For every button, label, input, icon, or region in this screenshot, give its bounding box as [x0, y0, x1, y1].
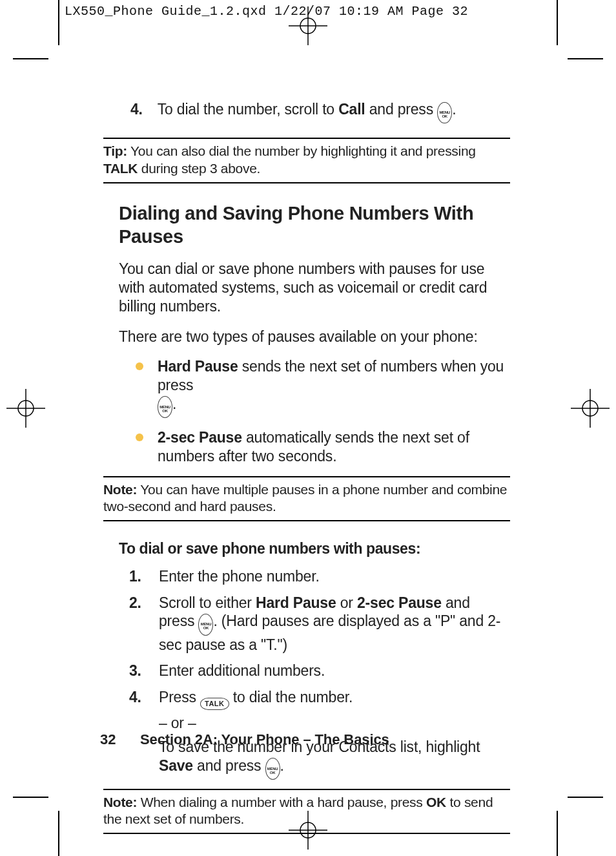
list-item: 3. Enter additional numbers. — [129, 662, 507, 680]
page-footer: 32 Section 2A: Your Phone – The Basics — [100, 731, 389, 748]
list-item: 2. Scroll to either Hard Pause or 2-sec … — [129, 594, 507, 654]
or-separator: – or – — [159, 714, 507, 733]
registration-mark-icon — [571, 389, 610, 428]
step-text: To dial the number, scroll to — [158, 101, 338, 118]
list-item: 1. Enter the phone number. — [129, 567, 507, 586]
step-bold: Save — [159, 757, 193, 774]
paragraph: You can dial or save phone numbers with … — [119, 260, 506, 315]
step-text: Enter additional numbers. — [159, 662, 325, 679]
note-box: Note: You can have multiple pauses in a … — [103, 476, 510, 522]
step-number: 1. — [129, 567, 141, 586]
crop-mark — [58, 0, 59, 45]
step-number: 4. — [130, 100, 154, 119]
menu-ok-key-icon: MENUOK — [198, 614, 213, 636]
crop-mark — [13, 797, 48, 798]
period: . — [280, 757, 284, 774]
list-item: Hard Pause sends the next set of numbers… — [136, 357, 510, 418]
list-bold: Hard Pause — [158, 358, 238, 375]
list-item: 2-sec Pause automatically sends the next… — [136, 428, 510, 466]
note-body: You can have multiple pauses in a phone … — [103, 482, 507, 514]
step-number: 2. — [129, 594, 141, 612]
menu-ok-key-icon: MENUOK — [437, 102, 452, 124]
period: . — [452, 101, 456, 118]
subheading: To dial or save phone numbers with pause… — [119, 539, 517, 558]
note-bold: OK — [426, 795, 446, 809]
period: . — [172, 395, 176, 412]
step-text: or — [336, 594, 357, 611]
note-box: Note: When dialing a number with a hard … — [103, 789, 510, 835]
tip-bold: TALK — [103, 161, 138, 176]
bullet-list: Hard Pause sends the next set of numbers… — [136, 357, 510, 465]
crop-header: LX550_Phone Guide_1.2.qxd 1/22/07 10:19 … — [65, 4, 468, 19]
list-bold: 2-sec Pause — [158, 429, 242, 446]
menu-ok-key-icon: MENUOK — [158, 396, 172, 418]
crop-mark — [568, 58, 603, 59]
step-text: and press — [365, 101, 438, 118]
registration-mark-icon — [289, 6, 327, 45]
step-text: Enter the phone number. — [159, 568, 320, 585]
registration-mark-icon — [6, 389, 45, 428]
paragraph: There are two types of pauses available … — [119, 328, 506, 346]
page-number: 32 — [100, 731, 136, 748]
crop-mark — [557, 0, 558, 45]
crop-mark — [557, 811, 558, 856]
crop-mark — [58, 811, 59, 856]
tip-label: Tip: — [103, 143, 127, 158]
step-number: 4. — [129, 688, 141, 707]
tip-body: You can also dial the number by highligh… — [127, 143, 476, 158]
crop-mark — [13, 58, 48, 59]
tip-box: Tip: You can also dial the number by hig… — [103, 138, 510, 183]
tip-body: during step 3 above. — [138, 161, 260, 176]
section-title: Dialing and Saving Phone Numbers With Pa… — [119, 202, 517, 249]
talk-key-icon: TALK — [200, 698, 229, 710]
step-text: Scroll to either — [159, 594, 256, 611]
step-bold: 2-sec Pause — [357, 594, 442, 611]
note-body: When dialing a number with a hard pause,… — [137, 795, 426, 809]
step-bold: Hard Pause — [256, 594, 336, 611]
step-4-top: 4. To dial the number, scroll to Call an… — [130, 100, 517, 123]
section-label: Section 2A: Your Phone – The Basics — [140, 731, 389, 747]
crop-mark — [568, 797, 603, 798]
note-label: Note: — [103, 482, 137, 497]
step-number: 3. — [129, 662, 141, 680]
step-text: and press — [193, 757, 265, 774]
step-bold: Call — [338, 101, 365, 118]
menu-ok-key-icon: MENUOK — [265, 758, 280, 780]
step-text: to dial the number. — [233, 689, 353, 705]
step-text: Press — [159, 689, 200, 705]
note-label: Note: — [103, 795, 137, 809]
